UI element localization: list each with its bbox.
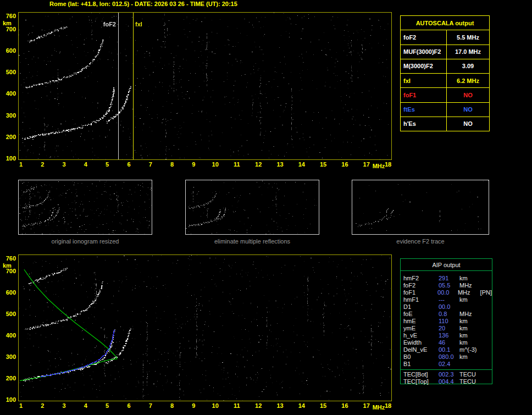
aip-param-label: hmF1 xyxy=(403,296,439,303)
aip-row: hmF2291km xyxy=(401,275,492,282)
autoscala-row: foF1NO xyxy=(401,87,489,102)
x-axis-unit-label: MHz xyxy=(373,163,385,169)
aip-param-value: 002.3 xyxy=(439,371,459,378)
aip-table-title: AIP output xyxy=(401,259,492,271)
aip-row: B0080.0km xyxy=(401,353,492,361)
aip-row: foF100.0MHz[PN] xyxy=(401,289,492,296)
y-tick-label: 300 xyxy=(1,112,16,119)
autoscala-param-label: h'Es xyxy=(401,117,447,131)
aip-param-value: 080.0 xyxy=(439,353,459,361)
x-tick-label: 1 xyxy=(14,402,27,409)
x-tick-label: 4 xyxy=(79,161,92,168)
y-tick-label: 700 xyxy=(1,26,16,32)
x-tick-label: 12 xyxy=(252,161,265,168)
aip-row: foF205.5MHz xyxy=(401,282,492,289)
aip-row: foE0.8MHz xyxy=(401,311,492,318)
y-tick-label: 400 xyxy=(1,90,16,97)
aip-param-unit: TECU xyxy=(459,378,483,385)
autoscala-param-value: NO xyxy=(447,103,489,117)
x-tick-label: 10 xyxy=(209,402,222,409)
aip-param-value: 20 xyxy=(439,325,459,332)
thumbnail-f2trace-panel xyxy=(352,180,489,235)
y-tick-label: 300 xyxy=(1,353,16,360)
y-tick-label: 700 xyxy=(1,268,16,274)
aip-param-note xyxy=(483,282,492,289)
y-tick-label: 600 xyxy=(1,289,16,296)
thumbnail-cleaned-caption: eliminate multiple reflections xyxy=(185,238,319,245)
aip-table-body: hmF2291kmfoF205.5MHzfoF100.0MHz[PN]hmF1-… xyxy=(401,271,492,385)
aip-param-label: hmE xyxy=(403,318,439,325)
aip-param-label: Ewidth xyxy=(403,339,439,346)
x-tick-label: 16 xyxy=(338,402,351,409)
x-tick-label: 8 xyxy=(165,161,179,168)
aip-param-unit: km xyxy=(459,332,483,339)
autoscala-window: Rome (lat: +41.8, lon: 012.5) - DATE: 20… xyxy=(0,0,532,415)
autoscala-param-value: 17.0 MHz xyxy=(447,45,489,59)
aip-param-value: 05.5 xyxy=(439,282,459,289)
aip-param-value: 291 xyxy=(439,275,459,282)
autoscala-row: MUF(3000)F217.0 MHz xyxy=(401,45,489,59)
aip-param-label: ymE xyxy=(403,325,439,332)
x-tick-label: 9 xyxy=(187,161,200,168)
marker-label-foF2: foF2 xyxy=(98,21,116,27)
x-tick-label: 15 xyxy=(317,161,330,168)
y-tick-label: 760 xyxy=(1,13,16,19)
aip-param-unit: TECU xyxy=(459,371,483,378)
aip-param-label: h_vE xyxy=(403,332,439,339)
aip-param-note xyxy=(483,275,492,282)
x-tick-label: 5 xyxy=(101,402,114,409)
marker-line-foF2 xyxy=(118,13,119,159)
aip-param-note xyxy=(483,353,492,361)
aip-param-note xyxy=(483,303,492,311)
aip-param-label: B1 xyxy=(403,361,439,368)
y-tick-label: 200 xyxy=(1,375,16,381)
aip-param-value: 00.1 xyxy=(439,346,459,353)
autoscala-param-value: 5.5 MHz xyxy=(447,30,489,44)
aip-row: DelN_vE00.1m^(-3) xyxy=(401,346,492,353)
y-tick-label: 100 xyxy=(1,155,16,162)
x-tick-label: 6 xyxy=(122,161,135,168)
y-tick-label: 200 xyxy=(1,134,16,140)
x-tick-label: 11 xyxy=(230,161,243,168)
aip-row: TEC[Bot]002.3TECU xyxy=(401,371,492,378)
aip-row: ymE20km xyxy=(401,325,492,332)
x-tick-label: 2 xyxy=(36,161,49,168)
x-tick-label: 17 xyxy=(360,402,373,409)
aip-param-unit: MHz xyxy=(459,311,483,318)
aip-param-note xyxy=(483,361,492,368)
y-tick-label: 500 xyxy=(1,311,16,317)
y-tick-label: 400 xyxy=(1,332,16,339)
x-tick-label: 7 xyxy=(144,402,157,409)
thumbnail-original-canvas xyxy=(19,180,152,234)
aip-param-note xyxy=(483,311,492,318)
aip-param-unit: km xyxy=(459,353,483,361)
aip-param-label: hmF2 xyxy=(403,275,439,282)
x-tick-label: 5 xyxy=(101,161,114,168)
aip-param-unit xyxy=(459,303,483,311)
aip-tec-section: TEC[Bot]002.3TECUTEC[Top]004.4TECU xyxy=(401,369,492,385)
autoscala-param-value: 6.2 MHz xyxy=(447,74,489,87)
aip-param-unit: m^(-3) xyxy=(459,346,483,353)
thumbnail-f2trace-caption: evidence F2 trace xyxy=(352,238,489,245)
thumbnail-f2trace-canvas xyxy=(352,180,489,234)
bottom-ionogram-panel xyxy=(18,254,392,401)
thumbnail-cleaned-canvas xyxy=(186,180,319,234)
aip-param-label: DelN_vE xyxy=(403,346,439,353)
aip-param-label: D1 xyxy=(403,303,439,311)
x-tick-label: 15 xyxy=(317,402,330,409)
thumbnail-original-panel xyxy=(18,180,152,235)
autoscala-param-label: foF1 xyxy=(401,88,447,102)
autoscala-param-label: ftEs xyxy=(401,103,447,117)
aip-param-unit: km xyxy=(459,339,483,346)
y-tick-label: 500 xyxy=(1,69,16,75)
aip-param-value: 00.0 xyxy=(437,289,458,296)
x-tick-label: 12 xyxy=(252,402,265,409)
y-tick-label: 760 xyxy=(1,255,16,262)
aip-param-label: TEC[Bot] xyxy=(403,371,439,378)
aip-param-note xyxy=(483,371,492,378)
y-tick-label: 100 xyxy=(1,396,16,403)
x-tick-label: 2 xyxy=(36,402,49,409)
aip-row: D100.0 xyxy=(401,303,492,311)
aip-param-note xyxy=(483,296,492,303)
station-title: Rome (lat: +41.8, lon: 012.5) - DATE: 20… xyxy=(49,1,237,7)
